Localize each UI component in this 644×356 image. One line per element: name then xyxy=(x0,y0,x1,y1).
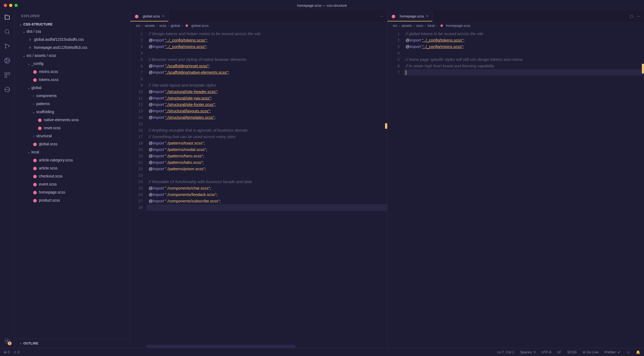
status-prettier[interactable]: Prettier: ✓ xyxy=(605,350,621,354)
tree-folder[interactable]: ⌄scaffolding xyxy=(15,108,130,116)
tree-file[interactable]: ⬤mixins.scss xyxy=(15,68,130,76)
status-spaces[interactable]: Spaces: 3 xyxy=(520,350,536,354)
status-feedback-icon[interactable]: ☺ xyxy=(627,350,630,354)
status-lang[interactable]: SCSS xyxy=(567,350,577,354)
hash-icon: # xyxy=(28,46,32,50)
tree-file[interactable]: ⬤global.scss xyxy=(15,140,130,148)
tree-item-label: global.scss xyxy=(39,142,57,146)
tree-item-label: event.scss xyxy=(39,182,57,186)
source-control-icon[interactable] xyxy=(3,42,11,50)
code-area-left[interactable]: 1234567891011121314151617181920212223242… xyxy=(130,29,387,348)
tree-folder[interactable]: ⌄_config xyxy=(15,60,130,68)
tree-item-label: dist / css xyxy=(27,29,41,34)
settings-badge: 1 xyxy=(8,342,12,345)
tree-item-label: reset.scss xyxy=(44,126,61,130)
tree-folder[interactable]: ›components xyxy=(15,92,130,100)
tree-item-label: article.scss xyxy=(39,166,57,170)
tree-file[interactable]: ⬤checkout.scss xyxy=(15,172,130,180)
project-header[interactable]: ⌄ CSS-STRUCTURE xyxy=(15,21,130,27)
tree-folder[interactable]: ⌄local xyxy=(15,148,130,156)
horizontal-scrollbar[interactable] xyxy=(147,345,295,348)
tab-label: homepage.scss xyxy=(400,14,424,18)
chevron-right-icon: › xyxy=(182,24,183,28)
tree-file[interactable]: ⬤article.scss xyxy=(15,164,130,172)
status-bell-icon[interactable]: 🔔 xyxy=(636,350,640,354)
window-controls xyxy=(4,4,18,7)
tab-homepage[interactable]: ⬤ homepage.scss × xyxy=(387,11,433,21)
tree-file[interactable]: ⬤product.scss xyxy=(15,196,130,204)
status-line-col[interactable]: Ln 7, Col 1 xyxy=(497,350,514,354)
tree-file[interactable]: ⬤event.scss xyxy=(15,180,130,188)
extensions-icon[interactable] xyxy=(3,71,11,79)
activity-bar: 1 xyxy=(0,11,15,348)
breadcrumb-item[interactable]: homepage.scss xyxy=(446,24,471,28)
editor-pane-left: ⬤ global.scss × ⋯ src›assets›scss›global… xyxy=(130,11,387,348)
more-actions-icon[interactable]: ⋯ xyxy=(637,14,640,18)
tree-folder[interactable]: ⌄dist / css xyxy=(15,27,130,35)
tree-file[interactable]: ⬤reset.scss xyxy=(15,124,130,132)
tree-file[interactable]: #homepage.asd112fsWsdfs3.css xyxy=(15,43,130,51)
tabs-right: ⬤ homepage.scss × ▢ ⋯ xyxy=(387,11,644,21)
scss-icon: ⬤ xyxy=(134,14,139,18)
tree-folder[interactable]: ⌄global xyxy=(15,84,130,92)
code-right[interactable]: // global tokens to be reused across the… xyxy=(404,29,644,348)
minimap-marker xyxy=(385,123,387,129)
gutter-left: 1234567891011121314151617181920212223242… xyxy=(130,29,147,348)
breadcrumb-left[interactable]: src›assets›scss›global›⬤global.scss xyxy=(130,21,387,29)
tree-file[interactable]: ⬤homepage.scss xyxy=(15,188,130,196)
breadcrumb-item[interactable]: global xyxy=(171,24,180,28)
titlebar: homepage.scss — css-structure xyxy=(0,0,644,11)
scss-icon: ⬤ xyxy=(32,174,37,178)
close-tab-icon[interactable]: × xyxy=(426,14,429,18)
breadcrumb-right[interactable]: src›assets›scss›local›⬤homepage.scss xyxy=(387,21,644,29)
maximize-window-button[interactable] xyxy=(14,4,18,7)
split-editor-icon[interactable]: ▢ xyxy=(630,14,633,18)
code-left[interactable]: // Design tokens and helper mixins to be… xyxy=(147,29,387,348)
chevron-down-icon: ⌄ xyxy=(22,29,26,34)
breadcrumb-item[interactable]: scss xyxy=(416,24,423,28)
minimize-window-button[interactable] xyxy=(9,4,12,7)
editor-group: ⬤ global.scss × ⋯ src›assets›scss›global… xyxy=(130,11,644,348)
scss-icon: ⬤ xyxy=(439,24,444,27)
tree-item-label: global xyxy=(31,86,41,90)
scss-icon: ⬤ xyxy=(32,158,37,162)
tab-global[interactable]: ⬤ global.scss × xyxy=(130,11,169,21)
scss-icon: ⬤ xyxy=(32,142,37,146)
tree-item-label: tokens.scss xyxy=(39,77,58,82)
tree-item-label: global.asdfaf1231Ssdsdfs.css xyxy=(34,37,84,42)
outline-header[interactable]: › OUTLINE xyxy=(15,339,130,348)
tree-file[interactable]: ⬤native-elements.scss xyxy=(15,116,130,124)
tree-file[interactable]: ⬤tokens.scss xyxy=(15,76,130,84)
status-errors[interactable]: ⊗ 0 xyxy=(4,350,10,354)
breadcrumb-item[interactable]: scss xyxy=(159,24,166,28)
status-golive[interactable]: ⊚ Go Live xyxy=(583,350,598,354)
status-warnings[interactable]: ⚠ 0 xyxy=(13,350,20,354)
live-share-icon[interactable] xyxy=(3,86,11,93)
tree-file[interactable]: ⬤article-category.scss xyxy=(15,156,130,164)
svg-point-3 xyxy=(8,46,9,47)
code-area-right[interactable]: 1234567 // global tokens to be reused ac… xyxy=(387,29,644,348)
debug-icon[interactable] xyxy=(3,57,11,64)
tree-folder[interactable]: ›patterns xyxy=(15,100,130,108)
breadcrumb-item[interactable]: src xyxy=(136,24,140,28)
close-tab-icon[interactable]: × xyxy=(162,14,164,18)
tree-item-label: structural xyxy=(36,134,52,138)
breadcrumb-item[interactable]: local xyxy=(427,24,435,28)
settings-gear-icon[interactable]: 1 xyxy=(3,337,11,345)
close-window-button[interactable] xyxy=(4,4,7,7)
editor-pane-right: ⬤ homepage.scss × ▢ ⋯ src›assets›scss›lo… xyxy=(387,11,644,348)
chevron-right-icon: › xyxy=(31,102,36,106)
breadcrumb-item[interactable]: assets xyxy=(402,24,412,28)
status-encoding[interactable]: UTF-8 xyxy=(541,350,551,354)
search-icon[interactable] xyxy=(3,28,11,35)
tree-folder[interactable]: ›structural xyxy=(15,132,130,140)
explorer-icon[interactable] xyxy=(3,13,11,21)
status-bar: ⊗ 0 ⚠ 0 Ln 7, Col 1 Spaces: 3 UTF-8 LF S… xyxy=(0,348,644,356)
tree-file[interactable]: #global.asdfaf1231Ssdsdfs.css xyxy=(15,35,130,43)
status-eol[interactable]: LF xyxy=(557,350,561,354)
breadcrumb-item[interactable]: global.scss xyxy=(191,24,208,28)
breadcrumb-item[interactable]: src xyxy=(393,24,397,28)
breadcrumb-item[interactable]: assets xyxy=(145,24,155,28)
tree-folder[interactable]: ⌄src / assets / scss xyxy=(15,51,130,60)
more-actions-icon[interactable]: ⋯ xyxy=(380,14,383,18)
